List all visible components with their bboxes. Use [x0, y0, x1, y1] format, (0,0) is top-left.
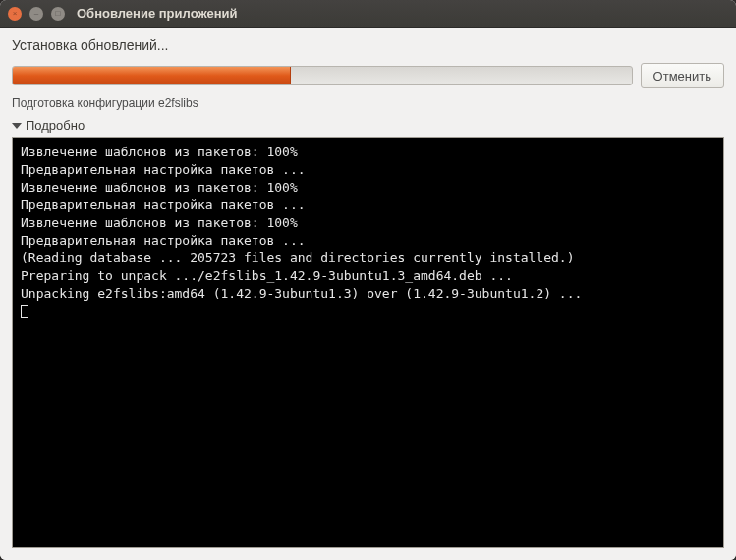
terminal-line: Предварительная настройка пакетов ...: [21, 161, 715, 179]
progress-bar: [12, 66, 633, 85]
progress-fill: [13, 67, 291, 84]
update-window: × – □ Обновление приложений Установка об…: [0, 0, 736, 560]
minimize-icon[interactable]: –: [29, 7, 43, 21]
terminal-line: Предварительная настройка пакетов ...: [21, 196, 715, 214]
cursor-icon: [21, 305, 28, 318]
terminal-output[interactable]: Извлечение шаблонов из пакетов: 100%Пред…: [12, 137, 724, 548]
details-toggle-label: Подробно: [26, 118, 85, 133]
close-icon[interactable]: ×: [8, 7, 22, 21]
terminal-line: Извлечение шаблонов из пакетов: 100%: [21, 214, 715, 232]
status-text: Подготовка конфигурации e2fslibs: [12, 96, 724, 110]
details-toggle[interactable]: Подробно: [12, 118, 724, 133]
titlebar: × – □ Обновление приложений: [0, 0, 736, 28]
terminal-line: Unpacking e2fslibs:amd64 (1.42.9-3ubuntu…: [21, 285, 715, 303]
cancel-button[interactable]: Отменить: [641, 63, 724, 88]
chevron-down-icon: [12, 123, 22, 129]
progress-row: Отменить: [12, 63, 724, 88]
window-title: Обновление приложений: [77, 6, 238, 21]
terminal-line: (Reading database ... 205723 files and d…: [21, 250, 715, 267]
terminal-line: Извлечение шаблонов из пакетов: 100%: [21, 143, 715, 161]
terminal-line: Предварительная настройка пакетов ...: [21, 232, 715, 250]
terminal-line: Preparing to unpack .../e2fslibs_1.42.9-…: [21, 267, 715, 285]
content-area: Установка обновлений... Отменить Подгото…: [0, 28, 736, 560]
maximize-icon[interactable]: □: [51, 7, 65, 21]
terminal-line: Извлечение шаблонов из пакетов: 100%: [21, 179, 715, 196]
progress-heading: Установка обновлений...: [12, 37, 724, 53]
